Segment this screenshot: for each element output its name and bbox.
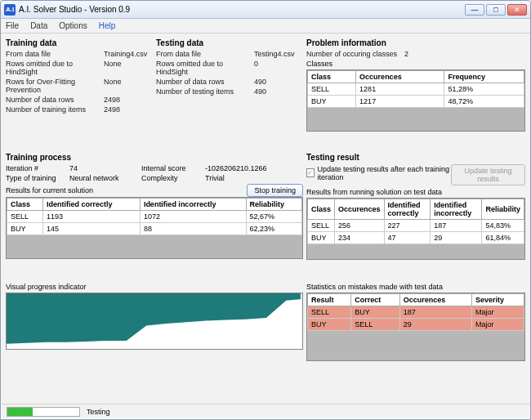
testing-data-label-0: From data file xyxy=(156,50,254,58)
table-cell: SELL xyxy=(351,318,400,330)
table-cell: SELL xyxy=(7,210,43,222)
num-classes-value: 2 xyxy=(404,50,525,58)
training-data-value-4: 2498 xyxy=(104,105,153,114)
training-data-label-1: Rows omitted due to HindSight xyxy=(6,60,104,76)
classes-table-wrap: ClassOccurencesFrequency SELL128151,28%B… xyxy=(306,69,525,132)
table-row[interactable]: BUY1458862,23% xyxy=(7,222,302,235)
table-row[interactable]: SELL1193107252,67% xyxy=(7,210,302,222)
update-results-button[interactable]: Update testing results xyxy=(451,164,525,185)
testing-data-label-3: Number of testing items xyxy=(156,87,254,96)
table-cell: 47 xyxy=(384,231,431,244)
visual-progress-title: Visual progress indicator xyxy=(6,283,303,291)
table-cell: SELL xyxy=(308,306,351,318)
close-button[interactable]: ✕ xyxy=(507,4,527,16)
training-data-value-2: None xyxy=(104,78,153,94)
col-header[interactable]: Occurences xyxy=(335,199,385,219)
app-window: A.I A.I. Solver Studio - Version 0.9 — □… xyxy=(0,0,531,420)
window-title: A.I. Solver Studio - Version 0.9 xyxy=(19,5,463,14)
iteration-value: 74 xyxy=(69,164,135,172)
col-header[interactable]: Class xyxy=(7,198,43,210)
menu-help[interactable]: Help xyxy=(99,21,116,30)
test-results-table-wrap: ClassOccurencesIdentified correctlyIdent… xyxy=(306,198,525,260)
testing-data-value-3: 490 xyxy=(254,87,303,96)
training-process-title: Training process xyxy=(6,153,303,162)
testing-data-title: Testing data xyxy=(156,38,303,47)
content-area: Training data From data fileTraining4.cs… xyxy=(1,34,530,404)
table-cell: 88 xyxy=(140,222,246,235)
table-cell: BUY xyxy=(308,318,351,330)
col-header[interactable]: Correct xyxy=(351,293,400,306)
col-header[interactable]: Result xyxy=(308,293,351,306)
training-data-section: Training data From data fileTraining4.cs… xyxy=(6,38,153,150)
progress-bar xyxy=(7,407,80,417)
update-checkbox-label: Update testing results after each traini… xyxy=(318,165,452,181)
titlebar[interactable]: A.I A.I. Solver Studio - Version 0.9 — □… xyxy=(1,1,530,19)
col-header[interactable]: Identified incorrectly xyxy=(431,199,482,219)
table-row[interactable]: SELL25622718754,83% xyxy=(308,219,524,231)
col-header[interactable]: Identified incorrectly xyxy=(140,198,246,210)
table-cell: BUY xyxy=(308,231,335,244)
table-cell: 227 xyxy=(384,219,431,231)
col-header[interactable]: Frequency xyxy=(444,71,524,83)
testing-result-title: Testing result xyxy=(306,153,525,162)
training-data-value-3: 2498 xyxy=(104,96,153,104)
testing-data-value-1: 0 xyxy=(254,60,303,76)
update-checkbox-row: ✓ Update testing results after each trai… xyxy=(306,165,451,181)
progress-fill xyxy=(7,408,33,416)
col-header[interactable]: Reliability xyxy=(482,199,524,219)
minimize-button[interactable]: — xyxy=(465,4,484,16)
table-cell: BUY xyxy=(7,222,43,235)
maximize-button[interactable]: □ xyxy=(486,4,506,16)
table-cell: 51,28% xyxy=(444,83,524,96)
table-cell: 145 xyxy=(42,222,140,235)
table-cell: 1193 xyxy=(42,210,140,222)
update-checkbox[interactable]: ✓ xyxy=(306,168,315,177)
training-data-label-2: Rows for Over-Fitting Prevention xyxy=(6,78,104,94)
testing-data-section: Testing data From data fileTesting4.csvR… xyxy=(156,38,303,150)
training-process-section: Training process Iteration # 74 Internal… xyxy=(6,153,303,278)
table-row[interactable]: SELLBUY187Major xyxy=(308,306,524,318)
testing-data-value-2: 490 xyxy=(254,78,303,86)
stop-training-button[interactable]: Stop training xyxy=(247,184,303,197)
menu-options[interactable]: Options xyxy=(59,21,87,30)
table-row[interactable]: BUY234472961,84% xyxy=(308,231,524,244)
complexity-value: Trivial xyxy=(205,174,225,182)
score-value: -1026206210.1266 xyxy=(205,164,267,172)
training-results-table: ClassIdentified correctlyIdentified inco… xyxy=(7,198,302,235)
col-header[interactable]: Identified correctly xyxy=(42,198,140,210)
col-header[interactable]: Reliability xyxy=(246,198,302,210)
training-data-label-0: From data file xyxy=(6,50,104,58)
testing-data-value-0: Testing4.csv xyxy=(254,50,303,58)
table-cell: 61,84% xyxy=(482,231,524,244)
table-row[interactable]: SELL128151,28% xyxy=(308,83,524,96)
table-row[interactable]: BUY121748,72% xyxy=(308,96,524,108)
menu-file[interactable]: File xyxy=(6,21,19,30)
col-header[interactable]: Occurences xyxy=(399,293,471,306)
col-header[interactable]: Class xyxy=(308,199,335,219)
col-header[interactable]: Identified correctly xyxy=(384,199,431,219)
table-cell: 29 xyxy=(399,318,471,330)
table-cell: 187 xyxy=(431,219,482,231)
table-cell: Major xyxy=(471,318,524,330)
menu-data[interactable]: Data xyxy=(30,21,47,30)
table-cell: BUY xyxy=(351,306,400,318)
table-cell: 52,67% xyxy=(246,210,302,222)
statusbar: Testing xyxy=(2,404,529,418)
table-cell: 29 xyxy=(431,231,482,244)
table-row[interactable]: BUYSELL29Major xyxy=(308,318,524,330)
col-header[interactable]: Occurences xyxy=(356,71,444,83)
testing-result-section: Testing result ✓ Update testing results … xyxy=(306,153,525,278)
table-cell: BUY xyxy=(308,96,356,108)
col-header[interactable]: Class xyxy=(308,71,356,83)
test-results-table: ClassOccurencesIdentified correctlyIdent… xyxy=(307,199,524,244)
col-header[interactable]: Severity xyxy=(471,293,524,306)
classes-table: ClassOccurencesFrequency SELL128151,28%B… xyxy=(307,70,524,108)
table-cell: SELL xyxy=(308,219,335,231)
training-data-value-0: Training4.csv xyxy=(104,50,153,58)
table-cell: 1072 xyxy=(140,210,246,222)
menubar: File Data Options Help xyxy=(1,19,530,34)
table-cell: 48,72% xyxy=(444,96,524,108)
testing-data-label-2: Number of data rows xyxy=(156,78,254,86)
type-label: Type of training xyxy=(6,174,63,182)
training-data-label-4: Number of training items xyxy=(6,105,104,114)
